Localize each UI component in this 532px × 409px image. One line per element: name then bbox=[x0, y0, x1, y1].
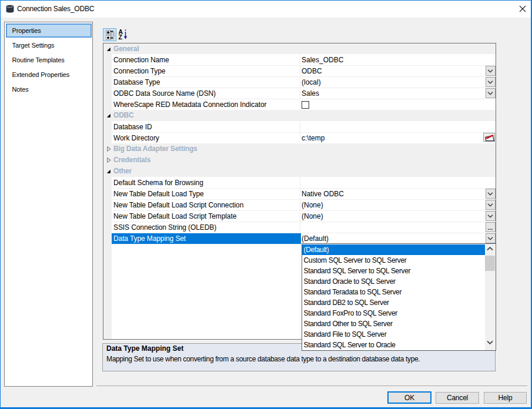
svg-text:Z: Z bbox=[119, 34, 122, 40]
